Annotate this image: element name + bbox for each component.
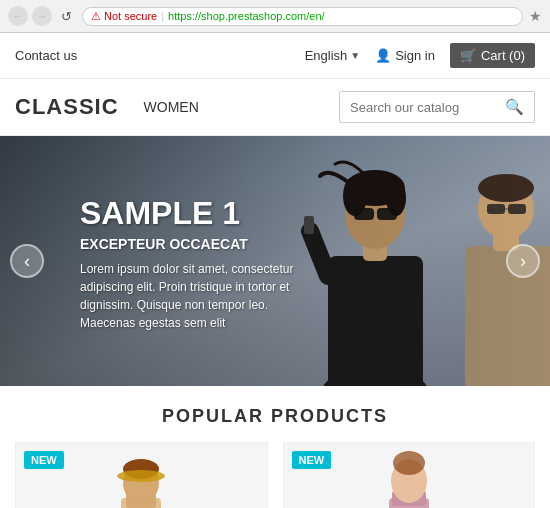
product-illustration — [96, 443, 186, 508]
language-label: English — [305, 48, 348, 63]
hero-content: SAMPLE 1 EXCEPTEUR OCCAECAT Lorem ipsum … — [80, 196, 300, 332]
sign-in-label: Sign in — [395, 48, 435, 63]
sign-in-link[interactable]: 👤 Sign in — [375, 48, 435, 63]
nav-link-women[interactable]: WOMEN — [144, 99, 199, 115]
hero-title: SAMPLE 1 — [80, 196, 300, 231]
browser-chrome: ← → ↺ ⚠ Not secure | https://shop.presta… — [0, 0, 550, 33]
hero-body: Lorem ipsum dolor sit amet, consectetur … — [80, 260, 300, 332]
products-grid: NEW NEW — [15, 442, 535, 508]
not-secure-label: Not secure — [104, 10, 157, 22]
svg-point-27 — [393, 451, 425, 475]
url-https: https://shop.prestashop.com/en/ — [168, 10, 325, 22]
cart-button[interactable]: 🛒 Cart (0) — [450, 43, 535, 68]
slider-next-button[interactable]: › — [506, 244, 540, 278]
search-input[interactable] — [340, 94, 495, 121]
search-button[interactable]: 🔍 — [495, 92, 534, 122]
product-illustration — [364, 443, 454, 508]
new-badge: NEW — [24, 451, 64, 469]
not-secure-indicator: ⚠ Not secure — [91, 10, 157, 23]
cart-label: Cart (0) — [481, 48, 525, 63]
language-selector[interactable]: English ▼ — [305, 48, 361, 63]
search-icon: 🔍 — [505, 98, 524, 115]
address-bar[interactable]: ⚠ Not secure | https://shop.prestashop.c… — [82, 7, 523, 26]
forward-button[interactable]: → — [32, 6, 52, 26]
top-bar-right: English ▼ 👤 Sign in 🛒 Cart (0) — [305, 43, 535, 68]
slider-prev-button[interactable]: ‹ — [10, 244, 44, 278]
product-card[interactable]: NEW — [15, 442, 268, 508]
hero-subtitle: EXCEPTEUR OCCAECAT — [80, 236, 300, 252]
product-card[interactable]: NEW — [283, 442, 536, 508]
person-icon: 👤 — [375, 48, 391, 63]
popular-products-section: POPULAR PRODUCTS NEW NEW — [0, 386, 550, 508]
top-bar-left: Contact us — [15, 48, 77, 63]
contact-link[interactable]: Contact us — [15, 48, 77, 63]
language-dropdown-arrow: ▼ — [350, 50, 360, 61]
main-nav: WOMEN — [144, 99, 199, 115]
new-badge: NEW — [292, 451, 332, 469]
hero-slider: SAMPLE 1 EXCEPTEUR OCCAECAT Lorem ipsum … — [0, 136, 550, 386]
popular-products-title: POPULAR PRODUCTS — [15, 406, 535, 427]
chevron-right-icon: › — [520, 251, 526, 272]
svg-point-23 — [117, 470, 165, 482]
refresh-button[interactable]: ↺ — [56, 6, 76, 26]
nav-buttons: ← → ↺ — [8, 6, 76, 26]
bookmark-button[interactable]: ★ — [529, 8, 542, 24]
top-bar: Contact us English ▼ 👤 Sign in 🛒 Cart (0… — [0, 33, 550, 79]
chevron-left-icon: ‹ — [24, 251, 30, 272]
back-button[interactable]: ← — [8, 6, 28, 26]
nav-bar: CLASSIC WOMEN 🔍 — [0, 79, 550, 136]
cart-icon: 🛒 — [460, 48, 476, 63]
brand-logo: CLASSIC — [15, 94, 119, 120]
search-box: 🔍 — [339, 91, 535, 123]
warning-icon: ⚠ — [91, 10, 101, 23]
